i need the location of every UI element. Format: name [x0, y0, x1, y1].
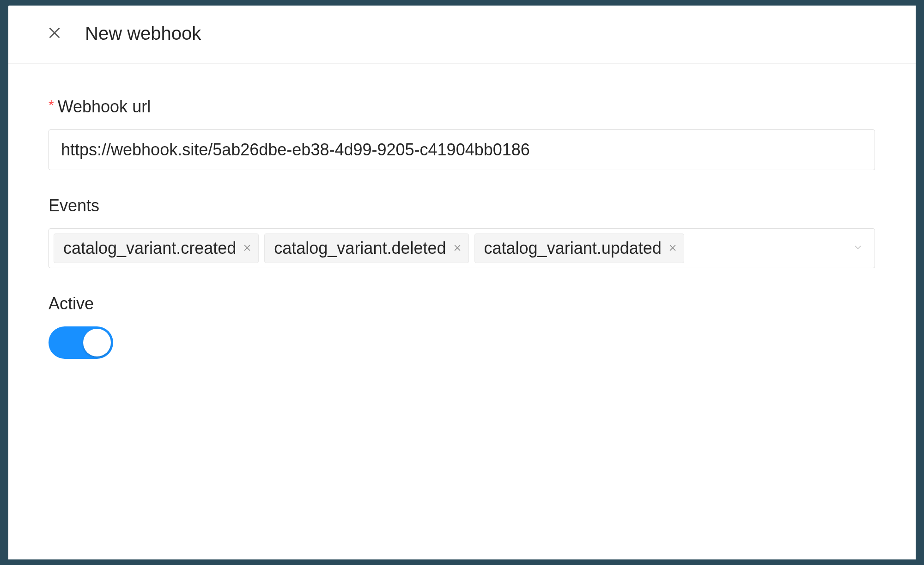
events-field: Events catalog_variant.created: [49, 196, 875, 268]
active-toggle-wrapper: [49, 326, 875, 361]
event-tag: catalog_variant.created: [54, 233, 259, 263]
event-tag-label: catalog_variant.deleted: [274, 239, 446, 258]
required-indicator: *: [49, 97, 54, 112]
active-field: Active: [49, 294, 875, 361]
chevron-down-icon: [852, 242, 863, 255]
new-webhook-modal: New webhook *Webhook url Events catalog_…: [8, 6, 916, 559]
toggle-thumb: [83, 329, 111, 356]
event-tag-label: catalog_variant.updated: [484, 239, 662, 258]
webhook-url-input[interactable]: [49, 129, 875, 170]
webhook-url-label-text: Webhook url: [58, 97, 151, 116]
modal-backdrop: New webhook *Webhook url Events catalog_…: [0, 0, 924, 565]
remove-tag-button[interactable]: [453, 243, 462, 254]
event-tag: catalog_variant.updated: [474, 233, 684, 263]
event-tag-label: catalog_variant.created: [63, 239, 236, 258]
event-tag: catalog_variant.deleted: [264, 233, 468, 263]
remove-tag-button[interactable]: [243, 243, 252, 254]
modal-title: New webhook: [85, 23, 201, 44]
modal-body: *Webhook url Events catalog_variant.crea…: [8, 64, 916, 405]
close-icon: [243, 243, 252, 254]
close-icon: [46, 25, 63, 43]
webhook-url-field: *Webhook url: [49, 97, 875, 170]
close-icon: [453, 243, 462, 254]
events-label: Events: [49, 196, 875, 215]
close-icon: [668, 243, 677, 254]
close-button[interactable]: [46, 25, 63, 43]
active-label: Active: [49, 294, 875, 313]
events-multiselect[interactable]: catalog_variant.created catalog_varian: [49, 228, 875, 268]
modal-header: New webhook: [8, 6, 916, 64]
active-toggle[interactable]: [49, 326, 113, 359]
webhook-url-label: *Webhook url: [49, 97, 875, 117]
remove-tag-button[interactable]: [668, 243, 677, 254]
